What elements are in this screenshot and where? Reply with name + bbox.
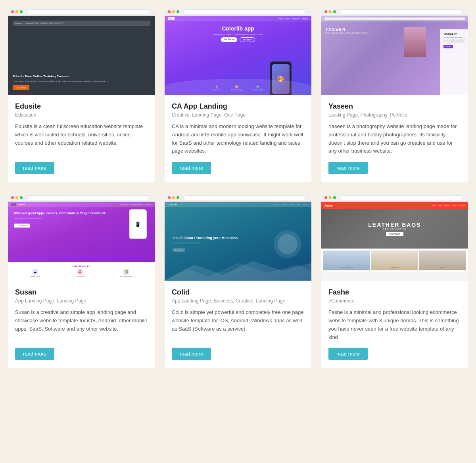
- service-item-2: 🛟 24/7 Support: [75, 269, 84, 277]
- yas-panel-desc: Lorem ipsum dolor sit amet consectetur a…: [443, 36, 465, 43]
- services-grid: ☁ Data in Cloud 🛟 24/7 Support ✅ Fully R…: [13, 269, 150, 277]
- yas-name: YASEEN: [325, 27, 398, 32]
- card-tags: eCommerce: [328, 298, 461, 304]
- feature-icon-2: 🎨: [231, 85, 242, 89]
- feature-icon-3: ⚙️: [253, 85, 263, 89]
- card-thumbnail-colid: COLID Services Features Team Blog Contac…: [165, 202, 311, 281]
- thumb-inner: Fashe. Home Shop Features About Contact …: [321, 202, 468, 281]
- url-bar: [27, 195, 149, 200]
- card-susan: ⬛⬛ Susan FEATURES SCREENSHOTS PRICING Di…: [8, 194, 155, 368]
- service-icon-2: 🛟: [77, 269, 83, 275]
- fas-product-watches: WATCHES: [371, 251, 418, 270]
- sus-headline: Discover great Apps, Games, Extensions &…: [14, 211, 149, 215]
- dot-yellow: [329, 10, 332, 13]
- ca-feat-2: 🎨 Powerful Design: [231, 85, 242, 91]
- browser-chrome: [321, 194, 468, 202]
- card-yaseen: YASEEN PROFESSIONAL PHOTOGRAPHER VISUALL…: [321, 8, 468, 182]
- fas-nav: Home Shop Features About Contact: [432, 205, 465, 207]
- card-thumbnail-fashe: Fashe. Home Shop Features About Contact …: [321, 202, 468, 281]
- fas-logo: Fashe.: [324, 204, 333, 207]
- card-title: Colid: [172, 288, 304, 297]
- col-nav: Services Features Team Blog Contact: [274, 204, 308, 206]
- col-mountains-svg: [165, 257, 311, 281]
- card-desc: Edusite is a clean fullscreen education …: [15, 122, 148, 155]
- browser-chrome: [8, 8, 155, 16]
- card-title: Edusite: [15, 102, 148, 111]
- browser-chrome: [8, 194, 155, 202]
- dot-yellow: [172, 10, 175, 13]
- card-title: CA App Landing: [172, 102, 304, 111]
- ca-feat-1: ⚡ Easy to use: [213, 85, 221, 91]
- ca-btns: Get Started See More: [173, 37, 303, 42]
- yas-panel: VISUALLY Lorem ipsum dolor sit amet cons…: [440, 29, 468, 95]
- dot-yellow: [15, 196, 18, 199]
- col-inner-shape: [278, 234, 298, 254]
- card-tags: Education: [15, 112, 148, 118]
- read-more-button[interactable]: read more: [15, 162, 54, 174]
- read-more-button[interactable]: read more: [172, 162, 211, 174]
- service-item-3: ✅ Fully Responsive: [120, 269, 132, 277]
- svg-marker-1: [165, 263, 311, 281]
- ca-headline: Colorlib app: [173, 25, 303, 32]
- fas-hero: LEATHER BAGS NEW COLLECTION SHOP NOW: [321, 209, 468, 249]
- ca-subtext: Everything you need to start selling ins…: [173, 33, 303, 36]
- url-bar: [340, 10, 463, 14]
- fas-header: Fashe. Home Shop Features About Contact: [321, 202, 468, 209]
- thumb-inner: Edusite HOME ABOUT COURSES BLOG CONTACT …: [8, 16, 155, 95]
- read-more-button[interactable]: read more: [328, 162, 368, 174]
- url-bar: [183, 195, 306, 200]
- yas-url: [324, 17, 465, 20]
- col-shape: [274, 230, 301, 258]
- service-label-3: Fully Responsive: [120, 276, 132, 277]
- sus-text: Discover great Apps, Games, Extensions &…: [14, 211, 149, 258]
- feature-icon-1: ⚡: [213, 85, 221, 89]
- dot-yellow: [15, 10, 18, 13]
- dot-red: [324, 10, 327, 13]
- card-fashe: Fashe. Home Shop Features About Contact …: [321, 194, 468, 368]
- hero-cta: Get Started: [13, 85, 29, 90]
- card-tags: Landing Page, Photography, Portfolio: [328, 112, 461, 118]
- card-title: Fashe: [328, 288, 461, 297]
- ca-hero: Colorlib app Everything you need to star…: [165, 21, 311, 46]
- card-colid: COLID Services Features Team Blog Contac…: [165, 194, 311, 368]
- card-desc: CA is a minimal and modern looking websi…: [172, 122, 304, 155]
- card-desc: Fashe is a minimal and professional look…: [328, 308, 461, 341]
- ca-btn-primary: Get Started: [221, 37, 237, 42]
- dot-red: [11, 10, 14, 13]
- feature-label-1: Easy to use: [213, 89, 221, 91]
- fas-headline: LEATHER BAGS: [368, 222, 421, 228]
- yas-left: YASEEN PROFESSIONAL PHOTOGRAPHER: [321, 21, 402, 95]
- dot-red: [168, 196, 171, 199]
- service-label-1: Data in Cloud: [31, 276, 40, 277]
- sus-hero: Discover great Apps, Games, Extensions &…: [8, 207, 155, 262]
- fas-subtext: NEW COLLECTION: [383, 228, 406, 230]
- fas-products: SUNGLASSES WATCHES BAGS: [321, 249, 468, 272]
- sus-logo: Susan: [18, 203, 25, 206]
- ca-feat-3: ⚙️ Customizability: [253, 85, 263, 91]
- dot-yellow: [329, 196, 332, 199]
- sus-subtext: Lorem ipsum dolor sit amet consectetur.: [14, 217, 149, 219]
- dot-red: [324, 196, 327, 199]
- read-more-button[interactable]: read more: [328, 348, 368, 360]
- dot-green: [177, 196, 179, 199]
- card-thumbnail-ca: Ca. Home About Products Pricing Colorlib…: [165, 16, 311, 95]
- read-more-button[interactable]: read more: [15, 348, 54, 360]
- service-label-2: 24/7 Support: [75, 276, 84, 277]
- ca-header: Ca. Home About Products Pricing: [165, 16, 311, 21]
- thumb-inner: YASEEN PROFESSIONAL PHOTOGRAPHER VISUALL…: [321, 16, 468, 95]
- sus-header: ⬛⬛ Susan FEATURES SCREENSHOTS PRICING: [8, 202, 155, 207]
- card-thumbnail-susan: ⬛⬛ Susan FEATURES SCREENSHOTS PRICING Di…: [8, 202, 155, 281]
- fas-product-bags: BAGS: [419, 251, 466, 270]
- card-thumbnail-yaseen: YASEEN PROFESSIONAL PHOTOGRAPHER VISUALL…: [321, 16, 468, 95]
- browser-chrome: [165, 8, 311, 16]
- sus-cta: → Download: [14, 224, 30, 228]
- thumb-inner: ⬛⬛ Susan FEATURES SCREENSHOTS PRICING Di…: [8, 202, 155, 281]
- card-desc: Yaseen is a photography website landing …: [328, 122, 461, 155]
- read-more-button[interactable]: read more: [172, 348, 211, 360]
- dot-green: [20, 196, 23, 199]
- thumb-inner: COLID Services Features Team Blog Contac…: [165, 202, 311, 281]
- hero-subtext: Lorem ipsum dolor sit amet, consectetur …: [13, 80, 150, 83]
- url-bar: [340, 195, 463, 200]
- card-ca-app-landing: Ca. Home About Products Pricing Colorlib…: [165, 8, 311, 182]
- card-tags: App Landing Page, Business, Creative, La…: [172, 298, 304, 304]
